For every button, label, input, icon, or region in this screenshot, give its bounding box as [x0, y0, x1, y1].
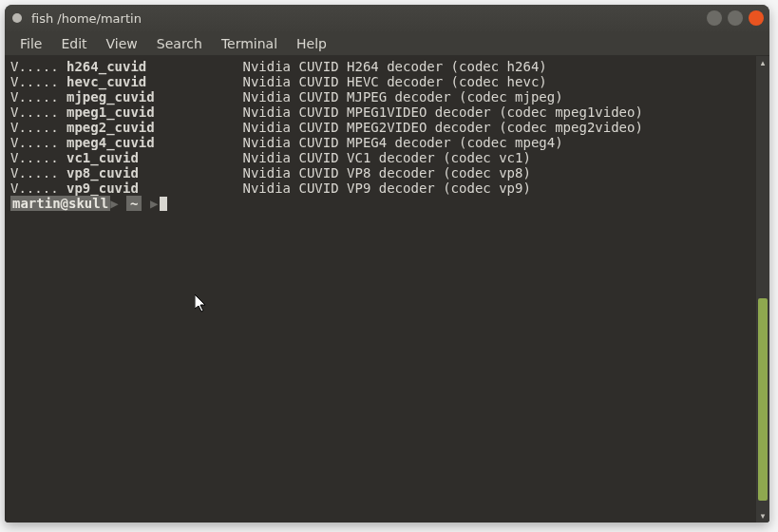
output-line: V..... h264_cuvid Nvidia CUVID H264 deco…: [10, 59, 750, 74]
menu-file[interactable]: File: [12, 33, 49, 54]
codec-flags: V.....: [10, 150, 66, 165]
scroll-up-button[interactable]: ▴: [756, 56, 769, 69]
output-line: V..... vp9_cuvid Nvidia CUVID VP9 decode…: [10, 180, 750, 196]
window-controls: [707, 10, 764, 26]
terminal-output[interactable]: V..... h264_cuvid Nvidia CUVID H264 deco…: [5, 56, 756, 522]
terminal-cursor: [160, 197, 167, 211]
window-title: fish /home/martin: [31, 11, 142, 26]
codec-flags: V.....: [10, 59, 66, 74]
terminal-window: fish /home/martin File Edit View Search …: [5, 5, 769, 522]
codec-name: mpeg4_cuvid: [66, 135, 155, 150]
output-line: V..... mpeg1_cuvid Nvidia CUVID MPEG1VID…: [10, 104, 750, 120]
minimize-button[interactable]: [707, 10, 722, 26]
prompt-user-host: martin@skull: [10, 196, 110, 211]
codec-description: Nvidia CUVID MPEG2VIDEO decoder (codec m…: [242, 120, 642, 135]
codec-flags: V.....: [10, 89, 66, 104]
codec-description: Nvidia CUVID MPEG4 decoder (codec mpeg4): [242, 135, 562, 150]
output-line: V..... vp8_cuvid Nvidia CUVID VP8 decode…: [10, 165, 750, 180]
codec-description: Nvidia CUVID MJPEG decoder (codec mjpeg): [242, 89, 562, 104]
maximize-button[interactable]: [728, 10, 743, 26]
menu-terminal[interactable]: Terminal: [214, 33, 285, 54]
scroll-down-button[interactable]: ▾: [756, 509, 769, 522]
codec-flags: V.....: [10, 180, 66, 196]
codec-flags: V.....: [10, 135, 66, 150]
titlebar[interactable]: fish /home/martin: [5, 5, 769, 31]
codec-flags: V.....: [10, 104, 66, 120]
prompt-path: ~: [126, 196, 142, 211]
scroll-thumb[interactable]: [758, 298, 768, 501]
scroll-track[interactable]: [756, 69, 769, 509]
codec-name: mpeg1_cuvid: [66, 104, 155, 120]
codec-flags: V.....: [10, 165, 66, 180]
codec-description: Nvidia CUVID VC1 decoder (codec vc1): [242, 150, 530, 165]
app-icon: [12, 13, 22, 23]
output-line: V..... mpeg4_cuvid Nvidia CUVID MPEG4 de…: [10, 135, 750, 150]
codec-name: vp8_cuvid: [66, 165, 139, 180]
menu-search[interactable]: Search: [149, 33, 210, 54]
menu-view[interactable]: View: [99, 33, 145, 54]
terminal-area: V..... h264_cuvid Nvidia CUVID H264 deco…: [5, 56, 769, 522]
codec-description: Nvidia CUVID VP9 decoder (codec vp9): [242, 180, 530, 196]
prompt-separator-icon: ▶: [110, 196, 118, 211]
output-line: V..... vc1_cuvid Nvidia CUVID VC1 decode…: [10, 150, 750, 165]
codec-name: hevc_cuvid: [66, 74, 146, 89]
close-button[interactable]: [749, 10, 764, 26]
codec-description: Nvidia CUVID MPEG1VIDEO decoder (codec m…: [242, 104, 642, 120]
codec-description: Nvidia CUVID H264 decoder (codec h264): [242, 59, 546, 74]
codec-name: vp9_cuvid: [66, 180, 139, 196]
output-line: V..... mjpeg_cuvid Nvidia CUVID MJPEG de…: [10, 89, 750, 104]
codec-name: h264_cuvid: [66, 59, 146, 74]
menu-edit[interactable]: Edit: [53, 33, 94, 54]
codec-name: mpeg2_cuvid: [66, 120, 155, 135]
scrollbar: ▴ ▾: [756, 56, 769, 522]
menubar: File Edit View Search Terminal Help: [5, 31, 769, 56]
output-line: V..... mpeg2_cuvid Nvidia CUVID MPEG2VID…: [10, 120, 750, 135]
codec-flags: V.....: [10, 74, 66, 89]
codec-name: mjpeg_cuvid: [66, 89, 155, 104]
codec-description: Nvidia CUVID VP8 decoder (codec vp8): [242, 165, 530, 180]
prompt-line[interactable]: martin@skull▶ ~ ▶: [10, 196, 750, 211]
prompt-arrow-icon: ▶: [150, 196, 158, 211]
codec-name: vc1_cuvid: [66, 150, 139, 165]
output-line: V..... hevc_cuvid Nvidia CUVID HEVC deco…: [10, 74, 750, 89]
codec-flags: V.....: [10, 120, 66, 135]
codec-description: Nvidia CUVID HEVC decoder (codec hevc): [242, 74, 546, 89]
menu-help[interactable]: Help: [289, 33, 334, 54]
